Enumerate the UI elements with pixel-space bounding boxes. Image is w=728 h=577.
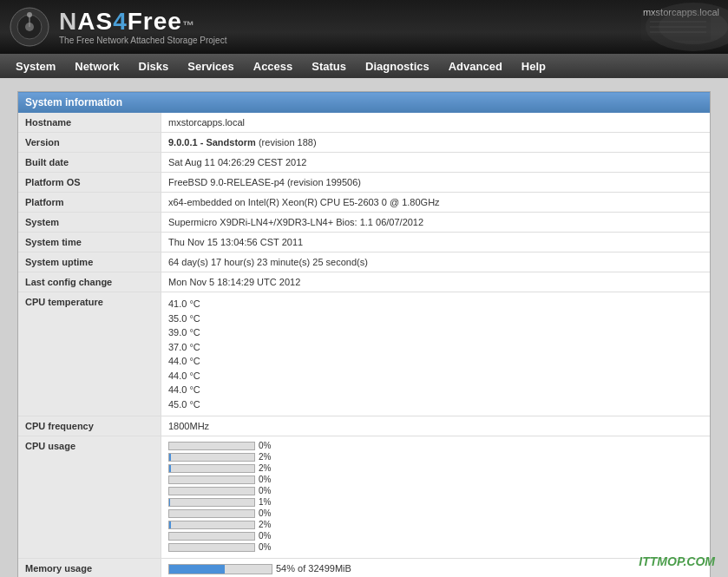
value-cpu-temp: 41.0 °C35.0 °C39.0 °C37.0 °C44.0 °C44.0 … <box>161 292 710 416</box>
row-hostname: Hostname mxstorcapps.local <box>18 113 710 133</box>
cpu-bar-row: 0% <box>168 508 703 518</box>
cpu-bar-row: 2% <box>168 463 703 473</box>
label-built-date: Built date <box>18 153 161 172</box>
nav-item-services[interactable]: Services <box>179 56 243 76</box>
row-built-date: Built date Sat Aug 11 04:26:29 CEST 2012 <box>18 153 710 173</box>
cpu-bar-bg <box>168 509 255 518</box>
cpu-bar-row: 0% <box>168 542 703 552</box>
label-cpu-usage: CPU usage <box>18 436 161 558</box>
nav-item-disks[interactable]: Disks <box>130 56 178 76</box>
cpu-bar-bg <box>168 498 255 507</box>
value-built-date: Sat Aug 11 04:26:29 CEST 2012 <box>161 153 710 172</box>
cpu-bar-label: 2% <box>259 452 280 462</box>
cpu-bar-label: 2% <box>259 520 280 529</box>
label-memory-usage: Memory usage <box>18 559 161 577</box>
cpu-bar-bg <box>168 487 255 495</box>
value-last-config: Mon Nov 5 18:14:29 UTC 2012 <box>161 272 710 292</box>
nav-item-system[interactable]: System <box>7 56 64 76</box>
main-content: System information Hostname mxstorcapps.… <box>0 78 728 577</box>
label-platform: Platform <box>18 193 161 212</box>
value-platform-os: FreeBSD 9.0-RELEASE-p4 (revision 199506) <box>161 173 710 192</box>
row-cpu-freq: CPU frequency 1800MHz <box>18 416 710 436</box>
label-cpu-freq: CPU frequency <box>18 416 161 436</box>
nav-item-network[interactable]: Network <box>66 56 128 76</box>
cpu-bar-row: 2% <box>168 452 703 462</box>
row-version: Version 9.0.0.1 - Sandstorm (revision 18… <box>18 133 710 153</box>
label-last-config: Last config change <box>18 272 161 292</box>
cpu-bar-label: 0% <box>259 441 280 450</box>
cpu-temp-value: 44.0 °C <box>168 354 703 369</box>
cpu-bar-label: 2% <box>259 463 280 473</box>
cpu-bar-row: 0% <box>168 486 703 495</box>
label-system-time: System time <box>18 233 161 252</box>
row-cpu-temp: CPU temperature 41.0 °C35.0 °C39.0 °C37.… <box>18 292 710 416</box>
row-cpu-usage: CPU usage 0%2%2%0%0%1%0%2%0%0% <box>18 436 710 559</box>
cpu-temp-value: 45.0 °C <box>168 397 703 412</box>
label-system-uptime: System uptime <box>18 252 161 272</box>
header: NAS4Free™ The Free Network Attached Stor… <box>0 0 728 54</box>
row-platform-os: Platform OS FreeBSD 9.0-RELEASE-p4 (revi… <box>18 173 710 193</box>
watermark: ITTMOP.COM <box>639 554 715 568</box>
cpu-bar-row: 0% <box>168 475 703 484</box>
cpu-bar-row: 2% <box>168 520 703 529</box>
label-platform-os: Platform OS <box>18 173 161 192</box>
memory-bar-fill <box>169 565 225 574</box>
cpu-bar-fill <box>169 521 171 528</box>
cpu-bar-bg <box>168 532 255 541</box>
row-last-config: Last config change Mon Nov 5 18:14:29 UT… <box>18 272 710 292</box>
value-hostname: mxstorcapps.local <box>161 113 710 132</box>
row-memory-usage: Memory usage 54% of 32499MiB <box>18 559 710 577</box>
cpu-bar-bg <box>168 475 255 484</box>
value-memory-usage: 54% of 32499MiB <box>161 559 710 577</box>
cpu-bar-label: 0% <box>259 531 280 541</box>
label-cpu-temp: CPU temperature <box>18 292 161 416</box>
cpu-bar-row: 1% <box>168 497 703 507</box>
cpu-bar-fill <box>169 454 171 461</box>
logo-area: NAS4Free™ The Free Network Attached Stor… <box>9 6 226 48</box>
cpu-bar-label: 0% <box>259 542 280 552</box>
value-cpu-usage: 0%2%2%0%0%1%0%2%0%0% <box>161 436 710 558</box>
nav-item-status[interactable]: Status <box>303 56 355 76</box>
cpu-temp-value: 35.0 °C <box>168 311 703 326</box>
system-info-table: System information Hostname mxstorcapps.… <box>17 91 711 577</box>
row-system: System Supermicro X9DRi-LN4+/X9DR3-LN4+ … <box>18 213 710 233</box>
label-version: Version <box>18 133 161 152</box>
logo-text: NAS4Free™ The Free Network Attached Stor… <box>59 10 226 45</box>
cpu-temp-value: 39.0 °C <box>168 325 703 340</box>
nav-item-diagnostics[interactable]: Diagnostics <box>357 56 438 76</box>
cpu-temp-value: 41.0 °C <box>168 297 703 311</box>
nav-item-access[interactable]: Access <box>245 56 302 76</box>
cpu-bar-label: 1% <box>259 497 280 507</box>
row-system-time: System time Thu Nov 15 13:04:56 CST 2011 <box>18 233 710 252</box>
cpu-bar-fill <box>169 465 171 472</box>
row-platform: Platform x64-embedded on Intel(R) Xeon(R… <box>18 193 710 213</box>
nav-item-advanced[interactable]: Advanced <box>440 56 511 76</box>
value-system: Supermicro X9DRi-LN4+/X9DR3-LN4+ Bios: 1… <box>161 213 710 232</box>
navbar: System Network Disks Services Access Sta… <box>0 54 728 78</box>
value-platform: x64-embedded on Intel(R) Xeon(R) CPU E5-… <box>161 193 710 212</box>
value-version: 9.0.0.1 - Sandstorm (revision 188) <box>161 133 710 152</box>
cpu-temp-value: 44.0 °C <box>168 383 703 397</box>
cpu-bar-row: 0% <box>168 531 703 541</box>
nav-item-help[interactable]: Help <box>513 56 554 76</box>
cpu-bar-bg <box>168 543 255 552</box>
cpu-bar-bg <box>168 442 255 450</box>
logo-title: NAS4Free™ <box>59 10 226 34</box>
logo-subtitle: The Free Network Attached Storage Projec… <box>59 36 226 45</box>
label-system: System <box>18 213 161 232</box>
value-system-uptime: 64 day(s) 17 hour(s) 23 minute(s) 25 sec… <box>161 252 710 272</box>
value-cpu-freq: 1800MHz <box>161 416 710 436</box>
memory-bar-bg <box>168 564 272 574</box>
cpu-bar-bg <box>168 464 255 473</box>
label-hostname: Hostname <box>18 113 161 132</box>
row-system-uptime: System uptime 64 day(s) 17 hour(s) 23 mi… <box>18 252 710 272</box>
cpu-bar-label: 0% <box>259 508 280 518</box>
memory-text: 54% of 32499MiB <box>276 563 351 574</box>
cpu-temp-value: 44.0 °C <box>168 369 703 384</box>
cpu-bar-label: 0% <box>259 475 280 484</box>
cpu-bar-bg <box>168 453 255 462</box>
section-title: System information <box>18 92 711 114</box>
nas4free-logo-icon <box>9 6 50 48</box>
cpu-bar-fill <box>169 499 170 506</box>
cpu-temp-value: 37.0 °C <box>168 340 703 355</box>
